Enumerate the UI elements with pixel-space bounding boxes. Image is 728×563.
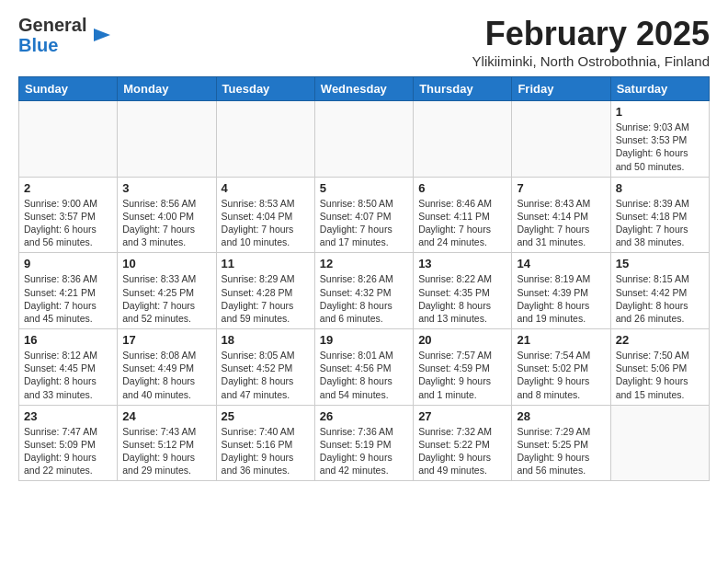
- calendar-cell: 22Sunrise: 7:50 AM Sunset: 5:06 PM Dayli…: [610, 329, 709, 406]
- weekday-header-thursday: Thursday: [414, 77, 512, 101]
- day-number: 9: [24, 257, 112, 270]
- day-info: Sunrise: 8:53 AM Sunset: 4:04 PM Dayligh…: [222, 197, 310, 249]
- day-info: Sunrise: 8:01 AM Sunset: 4:56 PM Dayligh…: [320, 349, 408, 401]
- calendar-cell: 25Sunrise: 7:40 AM Sunset: 5:16 PM Dayli…: [216, 405, 314, 481]
- day-number: 10: [122, 257, 210, 270]
- calendar-cell: 24Sunrise: 7:43 AM Sunset: 5:12 PM Dayli…: [118, 405, 216, 481]
- day-number: 25: [222, 409, 310, 423]
- week-row-2: 2Sunrise: 9:00 AM Sunset: 3:57 PM Daylig…: [19, 177, 710, 253]
- week-row-1: 1Sunrise: 9:03 AM Sunset: 3:53 PM Daylig…: [19, 101, 710, 178]
- calendar-cell: 4Sunrise: 8:53 AM Sunset: 4:04 PM Daylig…: [216, 177, 314, 253]
- week-row-4: 16Sunrise: 8:12 AM Sunset: 4:45 PM Dayli…: [19, 329, 710, 406]
- calendar-cell: 23Sunrise: 7:47 AM Sunset: 5:09 PM Dayli…: [19, 405, 118, 481]
- day-number: 16: [24, 333, 112, 347]
- month-title: February 2025: [472, 15, 710, 53]
- weekday-header-tuesday: Tuesday: [216, 77, 314, 101]
- day-number: 5: [320, 181, 408, 195]
- weekday-header-sunday: Sunday: [19, 77, 118, 101]
- calendar-cell: 26Sunrise: 7:36 AM Sunset: 5:19 PM Dayli…: [314, 405, 413, 481]
- header: General Blue February 2025 Ylikiiminki, …: [18, 15, 710, 69]
- day-info: Sunrise: 7:57 AM Sunset: 4:59 PM Dayligh…: [418, 349, 506, 401]
- calendar-cell: 17Sunrise: 8:08 AM Sunset: 4:49 PM Dayli…: [118, 329, 216, 406]
- calendar-cell: [610, 405, 709, 481]
- calendar-cell: 1Sunrise: 9:03 AM Sunset: 3:53 PM Daylig…: [610, 101, 709, 178]
- day-info: Sunrise: 9:03 AM Sunset: 3:53 PM Dayligh…: [616, 121, 704, 173]
- calendar-cell: 12Sunrise: 8:26 AM Sunset: 4:32 PM Dayli…: [314, 253, 413, 329]
- day-info: Sunrise: 7:40 AM Sunset: 5:16 PM Dayligh…: [222, 425, 310, 477]
- calendar-cell: 14Sunrise: 8:19 AM Sunset: 4:39 PM Dayli…: [512, 253, 610, 329]
- calendar-cell: 28Sunrise: 7:29 AM Sunset: 5:25 PM Dayli…: [512, 405, 610, 481]
- day-number: 22: [616, 333, 704, 347]
- day-number: 20: [418, 333, 506, 347]
- weekday-header-row: SundayMondayTuesdayWednesdayThursdayFrid…: [19, 77, 710, 101]
- day-info: Sunrise: 7:32 AM Sunset: 5:22 PM Dayligh…: [418, 425, 506, 477]
- calendar-cell: 13Sunrise: 8:22 AM Sunset: 4:35 PM Dayli…: [414, 253, 512, 329]
- day-info: Sunrise: 8:12 AM Sunset: 4:45 PM Dayligh…: [24, 349, 112, 401]
- day-number: 28: [517, 409, 605, 423]
- day-number: 6: [418, 181, 506, 195]
- day-info: Sunrise: 8:19 AM Sunset: 4:39 PM Dayligh…: [517, 272, 605, 325]
- calendar-cell: [118, 101, 216, 178]
- day-number: 11: [222, 257, 310, 270]
- day-info: Sunrise: 8:36 AM Sunset: 4:21 PM Dayligh…: [24, 272, 112, 325]
- day-info: Sunrise: 7:54 AM Sunset: 5:02 PM Dayligh…: [517, 349, 605, 401]
- calendar-cell: 3Sunrise: 8:56 AM Sunset: 4:00 PM Daylig…: [118, 177, 216, 253]
- calendar-cell: [512, 101, 610, 178]
- week-row-3: 9Sunrise: 8:36 AM Sunset: 4:21 PM Daylig…: [19, 253, 710, 329]
- day-info: Sunrise: 7:29 AM Sunset: 5:25 PM Dayligh…: [517, 425, 605, 477]
- day-number: 1: [616, 105, 704, 119]
- calendar-cell: 10Sunrise: 8:33 AM Sunset: 4:25 PM Dayli…: [118, 253, 216, 329]
- day-info: Sunrise: 8:26 AM Sunset: 4:32 PM Dayligh…: [320, 272, 408, 325]
- weekday-header-monday: Monday: [118, 77, 216, 101]
- page: General Blue February 2025 Ylikiiminki, …: [0, 0, 728, 500]
- calendar-cell: 9Sunrise: 8:36 AM Sunset: 4:21 PM Daylig…: [19, 253, 118, 329]
- day-number: 26: [320, 409, 408, 423]
- calendar-cell: 16Sunrise: 8:12 AM Sunset: 4:45 PM Dayli…: [19, 329, 118, 406]
- day-info: Sunrise: 8:39 AM Sunset: 4:18 PM Dayligh…: [616, 197, 704, 249]
- calendar-cell: 21Sunrise: 7:54 AM Sunset: 5:02 PM Dayli…: [512, 329, 610, 406]
- calendar-cell: 5Sunrise: 8:50 AM Sunset: 4:07 PM Daylig…: [314, 177, 413, 253]
- weekday-header-friday: Friday: [512, 77, 610, 101]
- calendar-cell: 11Sunrise: 8:29 AM Sunset: 4:28 PM Dayli…: [216, 253, 314, 329]
- day-info: Sunrise: 8:56 AM Sunset: 4:00 PM Dayligh…: [122, 197, 210, 249]
- day-info: Sunrise: 7:47 AM Sunset: 5:09 PM Dayligh…: [24, 425, 112, 477]
- calendar-cell: 6Sunrise: 8:46 AM Sunset: 4:11 PM Daylig…: [414, 177, 512, 253]
- calendar-cell: 19Sunrise: 8:01 AM Sunset: 4:56 PM Dayli…: [314, 329, 413, 406]
- logo-general: General: [18, 15, 86, 35]
- logo-blue: Blue: [18, 35, 58, 55]
- day-info: Sunrise: 8:33 AM Sunset: 4:25 PM Dayligh…: [122, 272, 210, 325]
- logo-text: General Blue: [18, 15, 112, 55]
- logo-arrow-icon: [92, 25, 112, 45]
- day-number: 8: [616, 181, 704, 195]
- weekday-header-wednesday: Wednesday: [314, 77, 413, 101]
- calendar-cell: 27Sunrise: 7:32 AM Sunset: 5:22 PM Dayli…: [414, 405, 512, 481]
- day-number: 12: [320, 257, 408, 270]
- day-number: 23: [24, 409, 112, 423]
- calendar-cell: [314, 101, 413, 178]
- day-number: 21: [517, 333, 605, 347]
- svg-marker-0: [94, 29, 110, 41]
- day-number: 13: [418, 257, 506, 270]
- day-info: Sunrise: 7:43 AM Sunset: 5:12 PM Dayligh…: [122, 425, 210, 477]
- subtitle: Ylikiiminki, North Ostrobothnia, Finland: [472, 53, 710, 69]
- calendar-cell: [19, 101, 118, 178]
- day-number: 14: [517, 257, 605, 270]
- day-info: Sunrise: 8:50 AM Sunset: 4:07 PM Dayligh…: [320, 197, 408, 249]
- day-number: 15: [616, 257, 704, 270]
- title-block: February 2025 Ylikiiminki, North Ostrobo…: [472, 15, 710, 69]
- calendar-cell: 15Sunrise: 8:15 AM Sunset: 4:42 PM Dayli…: [610, 253, 709, 329]
- day-info: Sunrise: 8:22 AM Sunset: 4:35 PM Dayligh…: [418, 272, 506, 325]
- day-info: Sunrise: 7:36 AM Sunset: 5:19 PM Dayligh…: [320, 425, 408, 477]
- day-number: 17: [122, 333, 210, 347]
- day-info: Sunrise: 8:43 AM Sunset: 4:14 PM Dayligh…: [517, 197, 605, 249]
- logo: General Blue: [18, 15, 112, 55]
- weekday-header-saturday: Saturday: [610, 77, 709, 101]
- day-number: 2: [24, 181, 112, 195]
- calendar-cell: 2Sunrise: 9:00 AM Sunset: 3:57 PM Daylig…: [19, 177, 118, 253]
- day-info: Sunrise: 8:08 AM Sunset: 4:49 PM Dayligh…: [122, 349, 210, 401]
- calendar-cell: 8Sunrise: 8:39 AM Sunset: 4:18 PM Daylig…: [610, 177, 709, 253]
- day-number: 4: [222, 181, 310, 195]
- day-number: 24: [122, 409, 210, 423]
- day-info: Sunrise: 9:00 AM Sunset: 3:57 PM Dayligh…: [24, 197, 112, 249]
- day-number: 19: [320, 333, 408, 347]
